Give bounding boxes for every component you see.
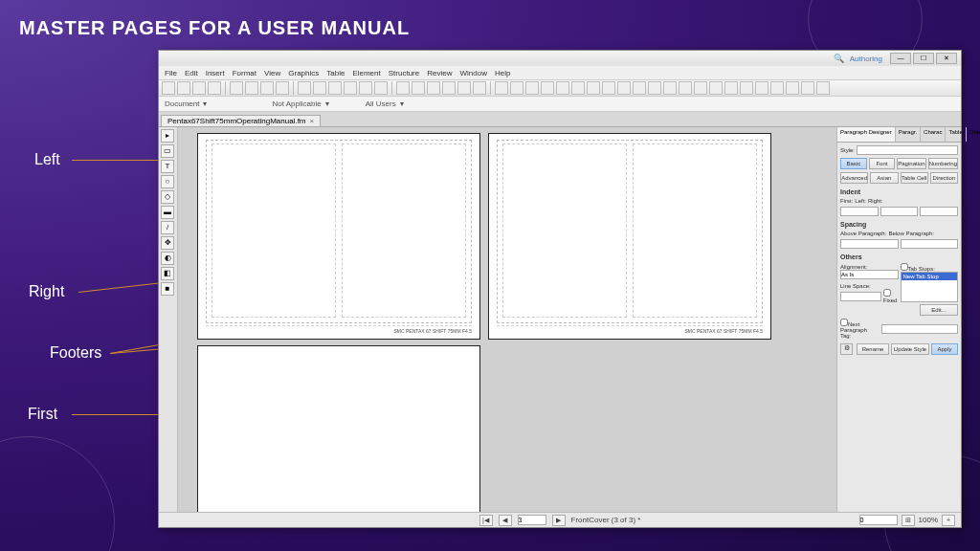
menu-edit[interactable]: Edit <box>185 69 198 77</box>
subtab-pagination[interactable]: Pagination <box>897 158 925 169</box>
next-para-checkbox[interactable] <box>840 319 848 326</box>
circle-tool[interactable]: ○ <box>161 175 174 188</box>
subtab-basic[interactable]: Basic <box>840 158 867 169</box>
panel-tab[interactable]: Charac <box>921 127 946 142</box>
menu-table[interactable]: Table <box>326 69 345 77</box>
subtab-direction[interactable]: Direction <box>930 172 958 184</box>
page-number-input[interactable] <box>518 515 546 525</box>
toolbar-button[interactable] <box>770 81 784 95</box>
panel-tab-paragraph[interactable]: Paragraph Designer <box>837 127 896 142</box>
toolbar-button[interactable] <box>298 81 311 95</box>
toolbar-button[interactable] <box>457 81 471 95</box>
toolbar-button[interactable] <box>230 81 243 95</box>
panel-tab[interactable]: Object <box>967 127 980 142</box>
toolbar-button[interactable] <box>541 81 554 95</box>
toolbar-button[interactable] <box>260 81 274 95</box>
linespace-input[interactable] <box>840 292 881 301</box>
menu-graphics[interactable]: Graphics <box>288 69 319 77</box>
toolbar-button[interactable] <box>245 81 258 95</box>
toolbar-button[interactable] <box>162 81 175 95</box>
subtab-numbering[interactable]: Numbering <box>928 158 958 169</box>
subtab-font[interactable]: Font <box>869 158 896 169</box>
menu-file[interactable]: File <box>165 69 177 77</box>
close-icon[interactable]: × <box>310 117 315 125</box>
tabstops-list[interactable]: New Tab Stop <box>901 272 959 302</box>
applicable-dropdown[interactable]: Not Applicable <box>272 99 321 108</box>
above-input[interactable] <box>840 239 899 249</box>
subtab-asian[interactable]: Asian <box>870 172 898 184</box>
toolbar-button[interactable] <box>633 81 646 95</box>
edit-button[interactable]: Edit... <box>920 304 958 316</box>
toolbar-button[interactable] <box>617 81 631 95</box>
document-dropdown[interactable]: Document <box>165 99 199 108</box>
update-style-button[interactable]: Update Style <box>891 343 929 355</box>
menu-insert[interactable]: Insert <box>206 69 225 77</box>
zoom-fit-button[interactable]: ⊞ <box>902 515 915 526</box>
toolbar-button[interactable] <box>473 81 486 95</box>
toolbar-button[interactable] <box>344 81 357 95</box>
nav-next-button[interactable]: ▶ <box>552 515 566 526</box>
menu-structure[interactable]: Structure <box>389 69 419 77</box>
zoom-plus-button[interactable]: + <box>942 515 955 526</box>
style-dropdown[interactable] <box>857 145 958 155</box>
toolbar-button[interactable] <box>396 81 410 95</box>
menu-element[interactable]: Element <box>352 69 380 77</box>
toolbar-button[interactable] <box>709 81 723 95</box>
toolbar-button[interactable] <box>442 81 456 95</box>
color-tool[interactable]: ◐ <box>161 252 174 265</box>
menu-format[interactable]: Format <box>233 69 256 77</box>
fixed-checkbox[interactable] <box>883 289 891 297</box>
toolbar-button[interactable] <box>648 81 661 95</box>
toolbar-button[interactable] <box>724 81 738 95</box>
document-tab[interactable]: Pentax67Shift75mmOperatingManual.fm × <box>161 115 321 126</box>
toolbar-button[interactable] <box>374 81 388 95</box>
toolbar-button[interactable] <box>328 81 342 95</box>
toolbar-button[interactable] <box>208 81 221 95</box>
toolbar-button[interactable] <box>602 81 615 95</box>
apply-button[interactable]: Apply <box>931 343 958 355</box>
menu-window[interactable]: Window <box>459 69 486 77</box>
select-tool[interactable]: ▸ <box>161 129 174 143</box>
toolbar-button[interactable] <box>510 81 523 95</box>
new-tab-stop[interactable]: New Tab Stop <box>902 273 958 280</box>
users-dropdown[interactable]: All Users <box>366 99 396 108</box>
subtab-tablecell[interactable]: Table Cell <box>901 172 928 184</box>
fill-tool[interactable]: ◧ <box>161 267 174 280</box>
document-canvas[interactable]: SMC PENTAX 67 SHIFT 75MM F4.5 SMC PENTAX… <box>178 127 836 512</box>
toolbar-button[interactable] <box>313 81 326 95</box>
first-indent-input[interactable] <box>840 207 879 216</box>
toolbar-button[interactable] <box>359 81 372 95</box>
panel-tab[interactable]: Paragr. <box>896 127 921 142</box>
search-icon[interactable]: 🔍 <box>834 54 844 63</box>
toolbar-button[interactable] <box>694 81 707 95</box>
toolbar-button[interactable] <box>786 81 799 95</box>
toolbar-button[interactable] <box>663 81 677 95</box>
rect-tool[interactable]: ▭ <box>161 144 174 158</box>
toolbar-button[interactable] <box>816 81 830 95</box>
gear-icon[interactable]: ⚙ <box>840 343 853 355</box>
poly-tool[interactable]: ◇ <box>161 190 174 204</box>
toolbar-button[interactable] <box>192 81 206 95</box>
toolbar-button[interactable] <box>571 81 585 95</box>
line-tool[interactable]: ▬ <box>161 206 174 219</box>
master-page-first[interactable] <box>197 345 480 512</box>
nav-prev-button[interactable]: ◀ <box>499 515 512 526</box>
toolbar-button[interactable] <box>177 81 190 95</box>
toolbar-button[interactable] <box>556 81 569 95</box>
menu-view[interactable]: View <box>264 69 280 77</box>
toolbar-button[interactable] <box>427 81 440 95</box>
swatch-tool[interactable]: ■ <box>161 282 174 296</box>
toolbar-button[interactable] <box>412 81 425 95</box>
subtab-advanced[interactable]: Advanced <box>840 172 868 184</box>
nav-first-button[interactable]: |◀ <box>479 515 493 526</box>
menu-help[interactable]: Help <box>495 69 510 77</box>
toolbar-button[interactable] <box>525 81 539 95</box>
rename-button[interactable]: Rename <box>857 343 889 355</box>
below-input[interactable] <box>901 239 959 249</box>
move-tool[interactable]: ✥ <box>161 236 174 250</box>
close-button[interactable]: ✕ <box>936 53 957 64</box>
menu-review[interactable]: Review <box>427 69 452 77</box>
minimize-button[interactable]: — <box>890 53 911 64</box>
toolbar-button[interactable] <box>276 81 289 95</box>
maximize-button[interactable]: ☐ <box>913 53 934 64</box>
